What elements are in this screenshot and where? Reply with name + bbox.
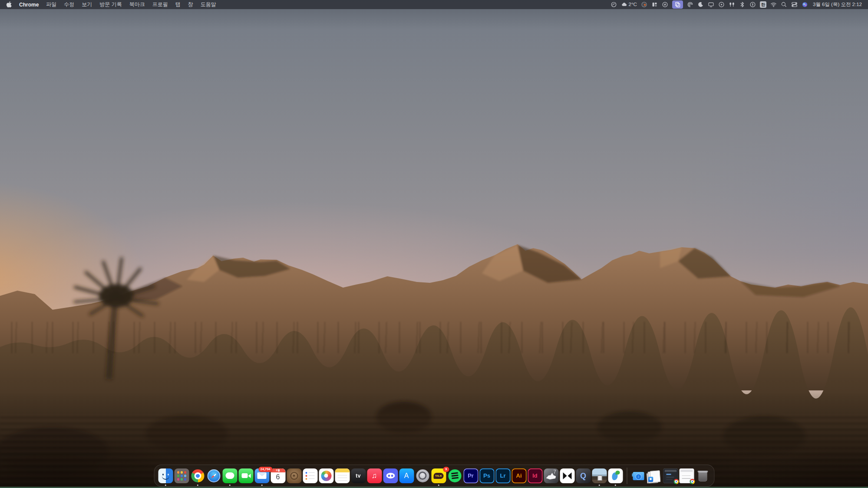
menu-item-6[interactable]: 탭	[175, 1, 181, 8]
calendar-day-label: 6	[276, 473, 280, 481]
lightroom-glyph: Lr	[500, 473, 506, 478]
app-store-icon: A	[399, 468, 414, 483]
kakaotalk-badge: 9	[443, 467, 449, 472]
indesign-icon: Id	[528, 468, 542, 483]
menu-item-5[interactable]: 프로필	[152, 1, 168, 8]
mail-badge: 24,794	[258, 467, 272, 472]
dock-separator	[627, 468, 627, 484]
capcut-icon	[560, 468, 574, 483]
dock-indesign[interactable]: Id	[528, 468, 542, 483]
input-source-korean[interactable]: 한	[760, 1, 766, 8]
shell-spiral-icon[interactable]	[687, 1, 693, 8]
reminders-icon	[303, 468, 317, 483]
sync-arrows-icon[interactable]	[662, 1, 668, 8]
profile-circle-icon[interactable]	[641, 1, 647, 8]
dock-calendar[interactable]: 3월6	[271, 468, 285, 483]
kakaotalk-running-indicator	[438, 485, 439, 486]
bluetooth-icon[interactable]	[739, 1, 746, 8]
wifi-icon[interactable]	[770, 1, 777, 8]
dock-minimized-window-dark[interactable]	[663, 468, 678, 483]
wallpaper-yucca-trunks	[0, 322, 868, 353]
dock-quicktime-q-app[interactable]: Q	[576, 468, 591, 483]
dock-chrome[interactable]	[190, 468, 205, 483]
facetime-icon	[238, 468, 253, 483]
dock-lightroom[interactable]: Lr	[495, 468, 510, 483]
dock-discord[interactable]	[383, 468, 398, 483]
dock-notes[interactable]	[335, 468, 350, 483]
menu-bar-clock[interactable]: 3월 6일 (목) 오전 2:12	[813, 1, 862, 8]
lightroom-icon: Lr	[495, 468, 510, 483]
menu-item-3[interactable]: 방문 기록	[99, 1, 122, 8]
chrome-running-indicator	[197, 485, 198, 486]
dock-downloads-folder[interactable]	[631, 468, 646, 483]
finder-running-indicator	[165, 485, 166, 486]
siri-icon[interactable]	[802, 1, 808, 8]
menu-item-8[interactable]: 도움말	[201, 1, 216, 8]
privacy-lock-icon[interactable]	[749, 1, 756, 8]
calendar-month-label: 3월	[271, 468, 285, 472]
photo-thumbnail-app-running-indicator	[598, 485, 600, 486]
dock-rhino-7[interactable]: 7	[544, 468, 558, 483]
documents-stack-icon	[647, 468, 662, 483]
photoshop-glyph: Ps	[483, 473, 490, 478]
messages-running-indicator	[229, 485, 231, 486]
dock-facetime[interactable]	[238, 468, 253, 483]
menu-bar-status-area: 2°C한3월 6일 (목) 오전 2:12	[611, 0, 862, 9]
dock-minimized-window-light[interactable]	[679, 468, 694, 483]
dock-finder[interactable]	[158, 468, 173, 483]
apple-menu-icon[interactable]	[6, 1, 12, 8]
spotify-icon	[447, 468, 462, 483]
dock-mail[interactable]: 24,794	[254, 468, 269, 483]
photoshop-icon: Ps	[479, 468, 494, 483]
dock-music[interactable]: ♫	[367, 468, 382, 483]
kakaotalk-glyph: TALK	[433, 473, 444, 479]
menu-item-2[interactable]: 보기	[82, 1, 92, 8]
quicktime-q-app-glyph: Q	[580, 472, 586, 480]
dock-brown-emblem-app[interactable]	[287, 468, 301, 483]
downloads-folder-icon	[631, 468, 646, 483]
brown-emblem-app-icon	[287, 468, 301, 483]
dock-capcut[interactable]	[560, 468, 574, 483]
app-store-glyph: A	[404, 472, 409, 479]
dock-photos[interactable]	[319, 468, 333, 483]
dock-launchpad[interactable]	[174, 468, 189, 483]
desktop: Chrome 파일수정보기방문 기록북마크프로필탭창도움말 2°C한3월 6일 …	[0, 0, 868, 488]
dock-illustrator[interactable]: Ai	[512, 468, 526, 483]
dock-reminders[interactable]	[303, 468, 317, 483]
app-menus: 파일수정보기방문 기록북마크프로필탭창도움말	[46, 1, 216, 8]
screen-mirroring-icon[interactable]	[708, 1, 714, 8]
music-glyph: ♫	[372, 472, 377, 479]
dock-spotify[interactable]	[447, 468, 462, 483]
moon-focus-icon[interactable]	[697, 1, 704, 8]
dock-app-store[interactable]: A	[399, 468, 414, 483]
menu-item-0[interactable]: 파일	[46, 1, 56, 8]
spotlight-icon[interactable]	[781, 1, 787, 8]
rhino-7-icon: 7	[544, 468, 558, 483]
dock-messages[interactable]	[222, 468, 237, 483]
apple-tv-icon: tv	[351, 468, 366, 483]
dock-photo-thumbnail-app[interactable]	[592, 468, 607, 483]
dock-parrot-app[interactable]	[608, 468, 623, 483]
dock-apple-tv[interactable]: tv	[351, 468, 366, 483]
dock-documents-stack[interactable]	[647, 468, 662, 483]
menu-item-7[interactable]: 창	[188, 1, 193, 8]
photo-thumbnail-app-icon	[592, 468, 607, 483]
menu-item-4[interactable]: 북마크	[129, 1, 145, 8]
dock-safari[interactable]	[206, 468, 221, 483]
dock-system-settings[interactable]	[415, 468, 430, 483]
control-center-icon[interactable]	[791, 1, 798, 8]
notes-icon	[335, 468, 350, 483]
menu-item-1[interactable]: 수정	[64, 1, 74, 8]
clipboard-copy-icon[interactable]	[672, 0, 683, 9]
dock-premiere-pro[interactable]: Pr	[463, 468, 478, 483]
play-circle-icon[interactable]	[718, 1, 725, 8]
finder-icon	[158, 468, 173, 483]
dock-kakaotalk[interactable]: TALK9	[431, 468, 446, 483]
frontmost-app-name[interactable]: Chrome	[19, 2, 39, 8]
dock-photoshop[interactable]: Ps	[479, 468, 494, 483]
adobe-creative-cloud-icon[interactable]	[611, 1, 617, 8]
window-tiling-icon[interactable]	[651, 1, 658, 8]
dock-trash[interactable]	[695, 468, 710, 483]
weather-widget[interactable]: 2°C	[621, 1, 637, 8]
airpods-icon[interactable]	[729, 1, 735, 8]
